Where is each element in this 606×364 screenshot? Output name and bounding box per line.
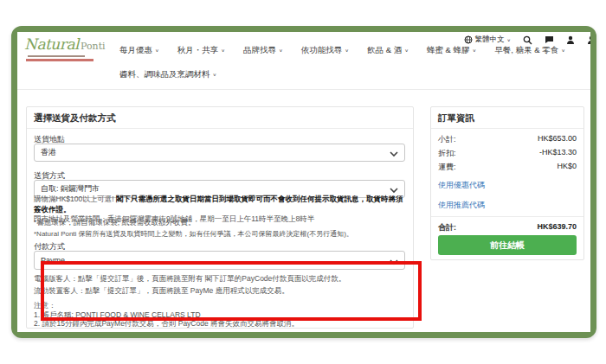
chevron-down-icon: ∨: [213, 73, 217, 78]
logo-tagline-line1: [28, 55, 85, 57]
site-window: 繁體中文 ∨ NaturalPonti: [11, 26, 596, 338]
chevron-down-icon: ∨: [155, 48, 159, 54]
search-icon[interactable]: [523, 35, 532, 45]
nav-item-breakfast-snacks[interactable]: 早餐, 糖果 & 零食∨: [494, 45, 565, 56]
nav-item-brands[interactable]: 品牌找尋∨: [243, 45, 283, 56]
chevron-down-icon: ∨: [221, 48, 225, 54]
logo-script-text: Natural: [24, 35, 79, 53]
globe-icon: [464, 35, 473, 44]
chevron-down-icon: ∨: [473, 48, 477, 54]
payment-method-select[interactable]: Payme: [34, 251, 405, 270]
mobile-payment-note: 流動裝置客人：點擊「提交訂單」，頁面將跳至 PayMe 應用程式以完成交易。: [34, 286, 408, 297]
summary-divider: [431, 216, 583, 217]
subtotal-row: 小計:HK$653.00: [438, 134, 577, 145]
card-divider: [431, 128, 583, 129]
page-content: 繁體中文 ∨ NaturalPonti: [17, 32, 590, 332]
disclaimer-note: *Natural Ponti 保留所有送貨及取貨時間上之變動，如有任何爭議，本公…: [34, 229, 408, 239]
card-divider: [27, 128, 413, 129]
coupon-code-link[interactable]: 使用優惠代碼: [438, 180, 485, 191]
order-summary-title: 訂單資訊: [438, 112, 474, 125]
shipping-row: 運費:HK$0: [438, 162, 577, 173]
checkout-button[interactable]: 前往結帳: [438, 235, 577, 255]
site-logo[interactable]: NaturalPonti: [24, 37, 119, 61]
chevron-down-icon: ∨: [345, 48, 349, 54]
nav-item-autumn-share[interactable]: 秋月・共享∨: [177, 45, 225, 56]
language-selector[interactable]: 繁體中文 ∨: [464, 35, 511, 45]
header-divider: [17, 89, 590, 90]
nav-item-by-function[interactable]: 依功能找尋∨: [301, 45, 349, 56]
nav-item-honey[interactable]: 蜂蜜 & 蜂膠∨: [427, 45, 476, 56]
order-summary-card: 訂單資訊 小計:HK$653.00 折扣:-HK$13.30 運費:HK$0 使…: [430, 106, 584, 260]
logo-tagline-line2: [26, 59, 93, 61]
utility-bar: 繁體中文 ∨: [464, 34, 590, 46]
delivery-payment-title: 選擇送貨及付款方式: [34, 112, 116, 125]
nav-item-sauces-condiments[interactable]: 醬料、調味品及烹調材料∨: [119, 69, 216, 80]
chevron-down-icon: ∨: [507, 38, 511, 42]
main-nav-row2: 醬料、調味品及烹調材料∨: [119, 69, 216, 80]
referral-code-link[interactable]: 使用推薦代碼: [438, 200, 485, 211]
logo-rest-text: Ponti: [81, 41, 106, 52]
eco-note: *響應環保，請自備環保袋; 紙袋需收取額外收費。: [34, 218, 408, 228]
chevron-down-icon: [390, 150, 398, 159]
main-nav-row1: 每月優惠∨ 秋月・共享∨ 品牌找尋∨ 依功能找尋∨ 飲品 & 酒∨ 蜂蜜 & 蜂…: [119, 45, 565, 56]
note-item: 2. 請於15分鐘內完成PayMe付款交易，否則 PayCode 將會失效而交易…: [34, 319, 408, 329]
delivery-location-select[interactable]: 香港: [34, 144, 405, 162]
chevron-down-icon: ∨: [404, 48, 409, 54]
chevron-down-icon: [390, 259, 398, 267]
chevron-down-icon: ∨: [561, 48, 565, 54]
discount-row: 折扣:-HK$13.30: [438, 148, 577, 159]
delivery-payment-card: 選擇送貨及付款方式 送貨地點 香港 送貨方式 自取: 銅鑼灣門市 購物滿HK$1…: [26, 106, 414, 329]
account-icon[interactable]: [566, 35, 575, 44]
nav-item-monthly-offers[interactable]: 每月優惠∨: [119, 45, 159, 56]
nav-item-drinks-wine[interactable]: 飲品 & 酒∨: [367, 45, 409, 56]
cart-icon[interactable]: [587, 35, 590, 44]
chat-icon[interactable]: [545, 35, 554, 44]
total-row: 合計:HK$639.70: [438, 222, 577, 233]
language-label: 繁體中文: [475, 35, 505, 45]
chevron-down-icon: ∨: [279, 48, 283, 54]
desktop-payment-note: 電腦版客人：點擊「提交訂單」後，頁面將跳至附有 閣下訂單的PayCode付款頁面…: [34, 274, 408, 284]
